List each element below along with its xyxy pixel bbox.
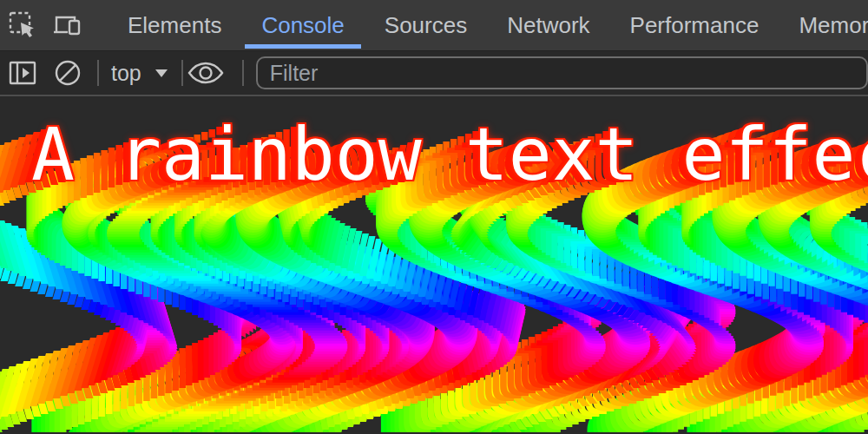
inspect-icon bbox=[8, 10, 37, 40]
tab-performance[interactable]: Performance bbox=[610, 0, 779, 50]
execution-context-selector[interactable]: top bbox=[111, 61, 169, 86]
console-sidebar-toggle-button[interactable] bbox=[7, 56, 38, 90]
clear-console-icon bbox=[53, 58, 82, 88]
tab-memory[interactable]: Memory bbox=[779, 0, 868, 50]
devtools-tab-bar: Elements Console Sources Network Perform… bbox=[0, 0, 868, 51]
inspect-element-button[interactable] bbox=[7, 6, 38, 44]
toolbar-divider bbox=[242, 60, 244, 86]
panel-tabs: Elements Console Sources Network Perform… bbox=[108, 0, 868, 50]
tab-elements[interactable]: Elements bbox=[108, 0, 241, 50]
tab-console[interactable]: Console bbox=[241, 0, 364, 50]
console-toolbar: top bbox=[0, 51, 868, 96]
console-message: A rainbow text effect bbox=[31, 119, 868, 191]
live-expression-button[interactable] bbox=[183, 56, 228, 90]
tab-network[interactable]: Network bbox=[487, 0, 609, 50]
dock-side-icon bbox=[8, 59, 37, 87]
filter-input[interactable] bbox=[256, 56, 868, 89]
clear-console-button[interactable] bbox=[52, 56, 83, 90]
tab-sources[interactable]: Sources bbox=[365, 0, 487, 50]
context-label: top bbox=[111, 61, 141, 86]
toggle-device-toolbar-button[interactable] bbox=[52, 6, 83, 44]
toolbar-divider bbox=[97, 60, 99, 86]
device-toolbar-icon bbox=[52, 10, 83, 40]
eye-icon bbox=[186, 59, 226, 87]
caret-down-icon bbox=[154, 68, 169, 79]
console-output-area[interactable]: A rainbow text effect bbox=[0, 96, 868, 432]
